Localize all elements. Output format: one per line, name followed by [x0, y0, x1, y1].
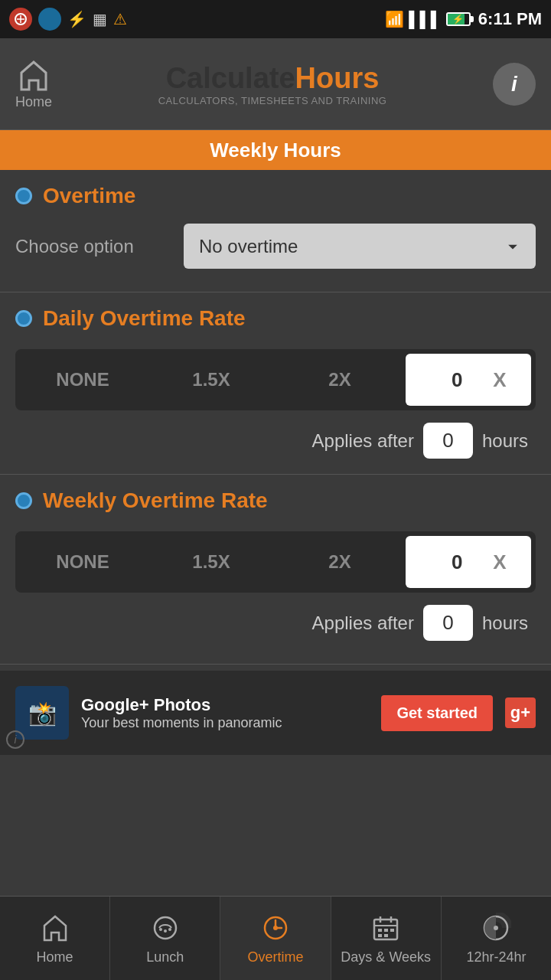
weekly-rate-custom[interactable]: 0 X [406, 536, 531, 588]
wifi-icon: 📶 [385, 10, 404, 28]
ad-banner: i 📸 Google+ Photos Your best moments in … [0, 671, 551, 755]
nav-lunch-icon [148, 911, 182, 945]
daily-applies-label: Applies after [312, 430, 414, 452]
weekly-rate-buttons: NONE 1.5X 2X 0 X [15, 531, 536, 593]
daily-rate-custom[interactable]: 0 X [406, 354, 531, 406]
bottom-nav: Home Lunch Overtime [0, 896, 551, 980]
daily-applies-row: Applies after 0 hours [15, 423, 536, 459]
daily-rate-1-5x[interactable]: 1.5X [148, 354, 274, 406]
daily-overtime-header: Daily Overtime Rate [0, 292, 551, 338]
nav-calendar-icon [369, 911, 403, 945]
info-button[interactable]: i [493, 63, 536, 106]
ad-subtitle: Your best moments in panoramic [81, 715, 369, 731]
daily-rate-content: NONE 1.5X 2X 0 X Applies after 0 [0, 338, 551, 474]
warning-icon: ⚠ [113, 10, 127, 28]
weekly-rate-custom-inner: 0 X [406, 543, 531, 582]
nav-home-icon [38, 911, 72, 945]
svg-point-3 [164, 929, 167, 933]
nav-12hr-24hr[interactable]: 12hr-24hr [442, 897, 551, 980]
weekly-rate-1-5x[interactable]: 1.5X [148, 536, 274, 588]
app-icon-cybereason [9, 8, 32, 31]
nav-home[interactable]: Home [0, 897, 110, 980]
overtime-content: Choose option No overtime Daily only Wee… [0, 216, 551, 292]
app-header: Home CalculateHours CALCULATORS, TIMESHE… [0, 38, 551, 130]
overtime-section: Overtime Choose option No overtime Daily… [0, 170, 551, 292]
svg-point-2 [159, 928, 162, 931]
sim-icon: ▦ [93, 10, 107, 28]
weekly-overtime-title: Weekly Overtime Rate [43, 488, 268, 513]
weekly-hours-label: hours [482, 612, 528, 634]
weekly-applies-row: Applies after 0 hours [15, 605, 536, 641]
nav-overtime-label: Overtime [248, 949, 304, 965]
svg-rect-15 [384, 934, 388, 937]
weekly-applies-value[interactable]: 0 [423, 605, 473, 641]
weekly-overtime-section: Weekly Overtime Rate NONE 1.5X 2X 0 X [0, 475, 551, 665]
status-right: 📶 ▌▌▌ ⚡ 6:11 PM [385, 9, 542, 29]
daily-rate-none[interactable]: NONE [20, 354, 145, 406]
overtime-row: Choose option No overtime Daily only Wee… [15, 224, 536, 269]
nav-clock-icon [479, 911, 513, 945]
nav-12hr-24hr-label: 12hr-24hr [466, 949, 526, 965]
weekly-rate-content: NONE 1.5X 2X 0 X Applies after 0 [0, 521, 551, 656]
overtime-radio[interactable] [15, 188, 32, 204]
battery-icon: ⚡ [446, 12, 471, 26]
app-icon-blue [38, 8, 61, 31]
svg-point-18 [494, 926, 498, 930]
logo-calculate: Calculate [166, 62, 295, 94]
tab-title-text: Weekly Hours [210, 139, 341, 162]
daily-hours-label: hours [482, 430, 528, 452]
ad-text-block: Google+ Photos Your best moments in pano… [81, 695, 369, 731]
daily-rate-custom-value[interactable]: 0 [430, 361, 484, 400]
svg-rect-11 [378, 929, 382, 932]
nav-days-weeks-label: Days & Weeks [341, 949, 431, 965]
logo-subtitle: CALCULATORS, TIMESHEETS AND TRAINING [60, 95, 485, 106]
ad-content: 📸 Google+ Photos Your best moments in pa… [0, 686, 551, 740]
ad-image: 📸 [15, 686, 69, 740]
home-button[interactable]: Home [15, 57, 52, 110]
weekly-rate-2x[interactable]: 2X [277, 536, 403, 588]
app-logo: CalculateHours CALCULATORS, TIMESHEETS A… [52, 62, 493, 106]
svg-point-6 [273, 926, 278, 930]
ad-info-icon[interactable]: i [6, 730, 24, 749]
overtime-header: Overtime [0, 170, 551, 216]
signal-icon: ▌▌▌ [409, 11, 442, 28]
weekly-applies-label: Applies after [312, 612, 414, 634]
nav-overtime-icon [259, 911, 292, 945]
daily-rate-buttons: NONE 1.5X 2X 0 X [15, 349, 536, 410]
nav-overtime[interactable]: Overtime [220, 897, 331, 980]
choose-option-label: Choose option [15, 236, 168, 257]
weekly-overtime-header: Weekly Overtime Rate [0, 475, 551, 521]
daily-rate-2x[interactable]: 2X [277, 354, 403, 406]
status-bar: ⚡ ▦ ⚠ 📶 ▌▌▌ ⚡ 6:11 PM [0, 0, 551, 38]
svg-rect-13 [390, 929, 394, 932]
daily-radio[interactable] [15, 310, 32, 327]
home-label: Home [15, 94, 52, 110]
nav-lunch[interactable]: Lunch [110, 897, 220, 980]
tab-title-bar: Weekly Hours [0, 130, 551, 170]
status-icons: ⚡ ▦ ⚠ [9, 8, 127, 31]
usb-icon: ⚡ [67, 10, 86, 28]
overtime-title: Overtime [43, 184, 135, 208]
weekly-rate-custom-value[interactable]: 0 [430, 543, 484, 582]
nav-lunch-label: Lunch [146, 949, 184, 965]
svg-point-4 [168, 928, 171, 931]
clock: 6:11 PM [478, 9, 542, 29]
weekly-rate-none[interactable]: NONE [20, 536, 145, 588]
daily-overtime-section: Daily Overtime Rate NONE 1.5X 2X 0 X [0, 292, 551, 475]
ad-get-started-button[interactable]: Get started [381, 695, 493, 731]
svg-point-1 [155, 917, 176, 939]
daily-rate-custom-inner: 0 X [406, 361, 531, 400]
nav-days-weeks[interactable]: Days & Weeks [331, 897, 442, 980]
weekly-rate-x-label: X [493, 550, 506, 574]
logo-hours: Hours [295, 62, 380, 94]
daily-applies-value[interactable]: 0 [423, 423, 473, 459]
google-plus-icon: g+ [505, 697, 536, 728]
overtime-dropdown[interactable]: No overtime Daily only Weekly only Daily… [184, 224, 536, 269]
daily-overtime-title: Daily Overtime Rate [43, 306, 246, 331]
nav-home-label: Home [37, 949, 73, 965]
daily-rate-x-label: X [493, 368, 506, 392]
svg-rect-12 [384, 929, 388, 932]
ad-title: Google+ Photos [81, 695, 369, 715]
svg-rect-14 [378, 934, 382, 937]
weekly-radio[interactable] [15, 492, 32, 509]
